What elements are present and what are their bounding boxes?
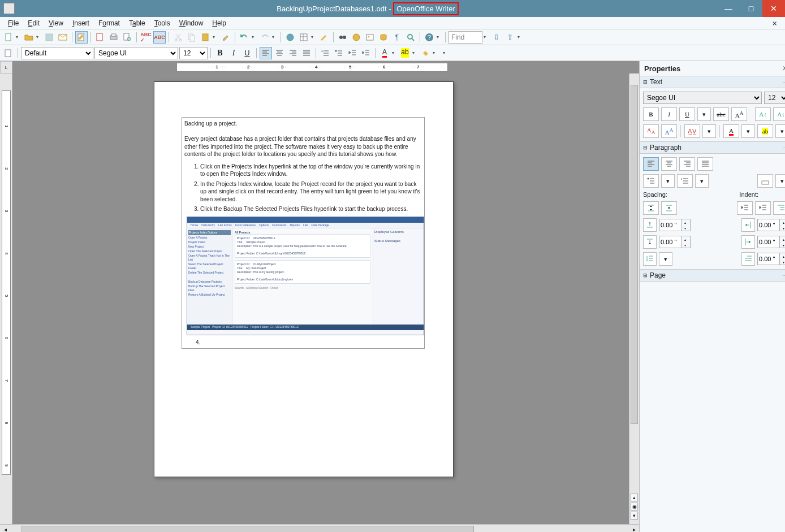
highlight-button[interactable]: ab	[399, 47, 411, 59]
new-doc-button[interactable]	[2, 31, 15, 44]
increase-indent-button[interactable]	[360, 47, 372, 59]
redo-dropdown[interactable]: ▾	[272, 34, 278, 40]
data-sources-button[interactable]	[377, 31, 390, 44]
space-below-input[interactable]: ▴▾	[659, 236, 691, 248]
copy-button[interactable]	[186, 31, 198, 44]
increase-spacing-button[interactable]	[643, 201, 659, 215]
panel-font-color-button[interactable]: A	[723, 124, 739, 138]
p-bgcolor-dropdown[interactable]: ▾	[775, 174, 785, 188]
p-bgcolor-button[interactable]	[757, 174, 773, 188]
menu-tools[interactable]: Tools	[150, 18, 175, 28]
panel-size-select[interactable]: 12	[764, 92, 785, 104]
document-canvas[interactable]: Backing up a project. Every project data…	[12, 73, 629, 524]
p-bullet-dropdown[interactable]: ▾	[661, 174, 675, 188]
save-button[interactable]	[43, 31, 55, 44]
vertical-ruler[interactable]: 123 456 789	[0, 73, 12, 524]
font-name-select[interactable]: Segoe UI	[94, 47, 178, 59]
page-section-header[interactable]: ⊞ Page ⋯	[640, 269, 785, 282]
line-spacing-button[interactable]	[643, 252, 657, 266]
print-preview-button[interactable]	[121, 31, 133, 44]
cut-button[interactable]	[172, 31, 184, 44]
panel-strike-button[interactable]: abc	[713, 107, 729, 121]
panel-superscript-button[interactable]: AA	[731, 107, 747, 121]
align-center-button[interactable]	[273, 47, 286, 59]
align-justify-button[interactable]	[300, 47, 313, 59]
open-button[interactable]	[23, 31, 35, 44]
indent-right-input[interactable]: ▴▾	[757, 236, 785, 248]
find-replace-button[interactable]	[337, 31, 349, 44]
increase-font-button[interactable]: A↑	[755, 107, 771, 121]
numbered-list-button[interactable]: 1	[319, 47, 331, 59]
shadow-button[interactable]: A̲V̲	[684, 124, 700, 138]
p-bullet-button[interactable]	[643, 174, 659, 188]
horizontal-ruler[interactable]: · · · 1 · · · · · 2 · · · · 3 · · · · 4 …	[12, 61, 639, 73]
paste-button[interactable]	[199, 31, 212, 44]
navigator-button[interactable]	[350, 31, 363, 44]
underline-button[interactable]: U	[241, 47, 253, 59]
bgcolor-dropdown[interactable]: ▾	[433, 50, 438, 55]
page-content[interactable]: Backing up a project. Every project data…	[182, 117, 425, 352]
email-button[interactable]	[57, 31, 69, 44]
scroll-thumb[interactable]	[631, 85, 638, 424]
show-draw-button[interactable]	[318, 31, 330, 44]
panel-close-button[interactable]: ✕	[782, 64, 785, 72]
horizontal-scrollbar[interactable]: ◂ ▸	[0, 524, 639, 532]
spellcheck-button[interactable]: ABC✓	[140, 31, 152, 44]
hyperlink-button[interactable]	[284, 31, 296, 44]
menu-format[interactable]: Format	[94, 18, 124, 28]
panel-italic-button[interactable]: I	[661, 107, 677, 121]
new-doc-dropdown[interactable]: ▾	[16, 34, 21, 40]
panel-underline-dropdown[interactable]: ▾	[697, 107, 711, 121]
minimize-button[interactable]: —	[717, 0, 740, 17]
menu-window[interactable]: Window	[175, 18, 208, 28]
shadow-dropdown[interactable]: ▾	[702, 124, 716, 138]
export-pdf-button[interactable]	[94, 31, 106, 44]
scroll-right-button[interactable]: ▸	[629, 525, 639, 532]
bold-button[interactable]: B	[214, 47, 226, 59]
paragraph-section-header[interactable]: ⊟ Paragraph ⋯	[640, 141, 785, 154]
panel-highlight-button[interactable]: ab	[757, 124, 773, 138]
increase-indent-button[interactable]	[737, 201, 753, 215]
styles-button[interactable]	[2, 47, 15, 59]
more-options-button[interactable]: ⋯	[782, 145, 785, 151]
highlight-dropdown[interactable]: ▾	[412, 50, 418, 55]
decrease-spacing-button[interactable]	[661, 201, 677, 215]
align-right-button[interactable]	[287, 47, 299, 59]
indent-left-input[interactable]: ▴▾	[757, 219, 785, 231]
panel-highlight-dropdown[interactable]: ▾	[775, 124, 785, 138]
find-input[interactable]	[448, 31, 482, 44]
subscript-button[interactable]: AA	[643, 124, 659, 138]
paste-dropdown[interactable]: ▾	[213, 34, 218, 40]
panel-font-select[interactable]: Segoe UI	[643, 92, 762, 104]
decrease-font-button[interactable]: A↓	[773, 107, 785, 121]
italic-button[interactable]: I	[227, 47, 240, 59]
prev-page-button[interactable]: ▴	[631, 494, 638, 501]
p-align-center-button[interactable]	[661, 157, 677, 171]
edit-mode-button[interactable]	[75, 31, 88, 44]
table-button[interactable]	[297, 31, 310, 44]
undo-dropdown[interactable]: ▾	[252, 34, 257, 40]
p-align-right-button[interactable]	[679, 157, 695, 171]
scroll-left-button[interactable]: ◂	[0, 525, 10, 532]
nonprinting-button[interactable]: ¶	[391, 31, 403, 44]
table-dropdown[interactable]: ▾	[311, 34, 317, 40]
panel-font-color-dropdown[interactable]: ▾	[741, 124, 755, 138]
next-page-button[interactable]: ▾	[631, 512, 638, 520]
menu-help[interactable]: Help	[208, 18, 231, 28]
first-line-indent-input[interactable]: ▴▾	[757, 253, 785, 265]
undo-button[interactable]	[238, 31, 251, 44]
decrease-indent-button[interactable]	[755, 201, 771, 215]
hscroll-thumb[interactable]	[21, 526, 474, 532]
font-color-dropdown[interactable]: ▾	[392, 50, 398, 55]
vertical-scrollbar[interactable]: ▴ ◉ ▾	[629, 73, 639, 524]
navigation-button[interactable]: ◉	[631, 503, 638, 511]
superscript2-button[interactable]: AA	[661, 124, 677, 138]
find-next-button[interactable]: ⇩	[490, 31, 503, 44]
menu-file[interactable]: File	[3, 18, 23, 28]
menu-edit[interactable]: Edit	[23, 18, 44, 28]
format-paintbrush-button[interactable]	[219, 31, 232, 44]
menu-table[interactable]: Table	[124, 18, 150, 28]
hanging-indent-button[interactable]	[773, 201, 785, 215]
open-dropdown[interactable]: ▾	[36, 34, 42, 40]
paragraph-style-select[interactable]: Default	[21, 47, 93, 59]
